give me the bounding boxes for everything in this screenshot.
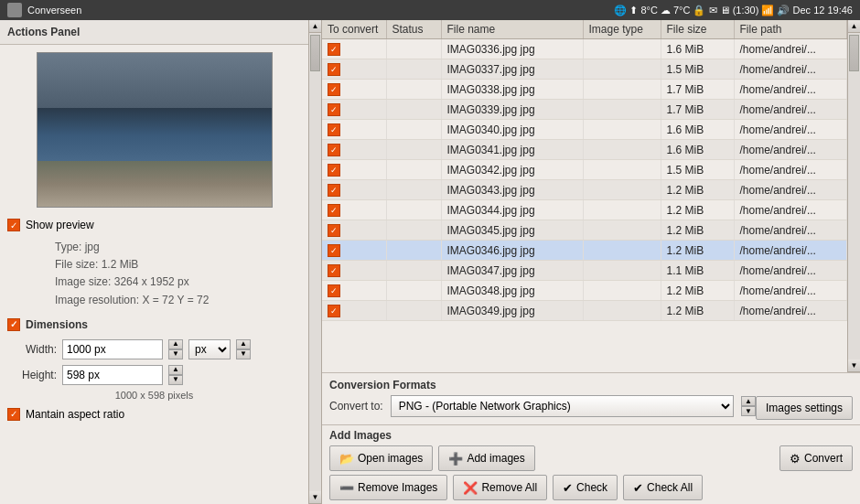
row-checkbox[interactable]: ✓	[328, 63, 340, 76]
convert-to-down[interactable]: ▼	[741, 406, 756, 416]
right-scroll-thumb[interactable]	[849, 35, 859, 71]
table-area: To convert Status File name Image type F…	[322, 20, 860, 372]
height-down[interactable]: ▼	[168, 375, 183, 385]
cell-convert[interactable]: ✓	[322, 241, 386, 261]
row-checkbox[interactable]: ✓	[328, 83, 340, 96]
conversion-formats-section: Conversion Formats Convert to: PNG - (Po…	[322, 372, 860, 424]
convert-to-spinbox[interactable]: ▲ ▼	[741, 396, 756, 416]
left-scroll-up[interactable]: ▲	[309, 20, 321, 33]
convert-to-row: Convert to: PNG - (Portable Network Grap…	[329, 395, 756, 417]
cell-convert[interactable]: ✓	[322, 200, 386, 220]
remove-images-label: Remove Images	[358, 481, 437, 494]
height-input[interactable]	[62, 365, 163, 385]
height-up[interactable]: ▲	[168, 365, 183, 375]
table-row[interactable]: ✓IMAG0336.jpg jpg1.6 MiB/home/andrei/...	[322, 39, 847, 59]
cell-filepath: /home/andrei/...	[734, 120, 847, 140]
left-scroll-thumb[interactable]	[310, 35, 320, 71]
row-checkbox[interactable]: ✓	[328, 164, 340, 177]
cell-filepath: /home/andrei/...	[734, 140, 847, 160]
show-preview-checkbox[interactable]: ✓	[7, 219, 20, 231]
cell-filepath: /home/andrei/...	[734, 220, 847, 241]
table-row[interactable]: ✓IMAG0341.jpg jpg1.6 MiB/home/andrei/...	[322, 140, 847, 160]
check-icon: ✔	[563, 481, 573, 495]
cell-convert[interactable]: ✓	[322, 80, 386, 100]
row-checkbox[interactable]: ✓	[328, 103, 340, 116]
row-checkbox[interactable]: ✓	[328, 144, 340, 156]
table-row[interactable]: ✓IMAG0349.jpg jpg1.2 MiB/home/andrei/...	[322, 301, 847, 321]
unit-down[interactable]: ▼	[236, 349, 251, 359]
cell-imgtype	[583, 200, 661, 220]
width-spinbox[interactable]: ▲ ▼	[168, 339, 183, 359]
buttons-row-1: 📂 Open images ➕ Add images ⚙ Convert	[329, 445, 853, 471]
row-checkbox[interactable]: ✓	[328, 284, 340, 297]
images-settings-label: Images settings	[766, 402, 843, 414]
table-row[interactable]: ✓IMAG0340.jpg jpg1.6 MiB/home/andrei/...	[322, 120, 847, 140]
row-checkbox[interactable]: ✓	[328, 305, 340, 317]
convert-to-select[interactable]: PNG - (Portable Network Graphics) JPG - …	[391, 395, 734, 417]
table-row[interactable]: ✓IMAG0343.jpg jpg1.2 MiB/home/andrei/...	[322, 180, 847, 200]
left-scrollbar[interactable]: ▲ ▼	[309, 20, 322, 504]
cell-convert[interactable]: ✓	[322, 180, 386, 200]
images-settings-button[interactable]: Images settings	[756, 396, 853, 420]
right-scroll-up[interactable]: ▲	[848, 20, 860, 33]
right-scrollbar[interactable]: ▲ ▼	[847, 20, 860, 372]
actions-panel-header: Actions Panel	[0, 20, 308, 45]
row-checkbox[interactable]: ✓	[328, 224, 340, 237]
table-scroll[interactable]: To convert Status File name Image type F…	[322, 20, 847, 372]
maintain-ratio-row: ✓ Mantain aspect ratio	[0, 404, 308, 424]
cell-convert[interactable]: ✓	[322, 160, 386, 180]
cell-filename: IMAG0346.jpg jpg	[441, 241, 583, 261]
cell-convert[interactable]: ✓	[322, 39, 386, 59]
cell-convert[interactable]: ✓	[322, 281, 386, 301]
cell-convert[interactable]: ✓	[322, 140, 386, 160]
table-row[interactable]: ✓IMAG0337.jpg jpg1.5 MiB/home/andrei/...	[322, 59, 847, 80]
table-row[interactable]: ✓IMAG0346.jpg jpg1.2 MiB/home/andrei/...	[322, 241, 847, 261]
open-images-button[interactable]: 📂 Open images	[329, 445, 433, 471]
remove-all-button[interactable]: ❌ Remove All	[453, 475, 547, 500]
width-down[interactable]: ▼	[168, 349, 183, 359]
row-checkbox[interactable]: ✓	[328, 244, 340, 257]
check-button[interactable]: ✔ Check	[553, 475, 618, 500]
add-images-button[interactable]: ➕ Add images	[438, 445, 534, 471]
maintain-ratio-checkbox[interactable]: ✓	[7, 408, 20, 421]
table-row[interactable]: ✓IMAG0338.jpg jpg1.7 MiB/home/andrei/...	[322, 80, 847, 100]
left-scroll-down[interactable]: ▼	[309, 491, 321, 504]
cell-convert[interactable]: ✓	[322, 120, 386, 140]
cell-convert[interactable]: ✓	[322, 100, 386, 120]
cell-filename: IMAG0347.jpg jpg	[441, 261, 583, 281]
row-checkbox[interactable]: ✓	[328, 43, 340, 56]
cell-convert[interactable]: ✓	[322, 59, 386, 80]
row-checkbox[interactable]: ✓	[328, 204, 340, 217]
unit-spinbox[interactable]: ▲ ▼	[236, 339, 251, 359]
check-all-button[interactable]: ✔ Check All	[623, 475, 703, 500]
table-row[interactable]: ✓IMAG0348.jpg jpg1.2 MiB/home/andrei/...	[322, 281, 847, 301]
cell-filename: IMAG0343.jpg jpg	[441, 180, 583, 200]
height-spinbox[interactable]: ▲ ▼	[168, 365, 183, 385]
cell-filesize: 1.6 MiB	[661, 39, 734, 59]
table-row[interactable]: ✓IMAG0339.jpg jpg1.7 MiB/home/andrei/...	[322, 100, 847, 120]
cell-status	[386, 39, 441, 59]
cell-convert[interactable]: ✓	[322, 301, 386, 321]
preview-area	[0, 45, 308, 215]
dimensions-checkbox[interactable]: ✓	[7, 318, 20, 331]
right-scroll-down[interactable]: ▼	[848, 359, 860, 372]
row-checkbox[interactable]: ✓	[328, 123, 340, 136]
cell-convert[interactable]: ✓	[322, 261, 386, 281]
width-unit-select[interactable]: px % cm	[188, 339, 231, 359]
row-checkbox[interactable]: ✓	[328, 264, 340, 277]
width-up[interactable]: ▲	[168, 339, 183, 349]
convert-to-up[interactable]: ▲	[741, 396, 756, 406]
app-icon	[7, 3, 22, 17]
table-row[interactable]: ✓IMAG0345.jpg jpg1.2 MiB/home/andrei/...	[322, 220, 847, 241]
row-checkbox[interactable]: ✓	[328, 184, 340, 197]
table-row[interactable]: ✓IMAG0342.jpg jpg1.5 MiB/home/andrei/...	[322, 160, 847, 180]
table-row[interactable]: ✓IMAG0344.jpg jpg1.2 MiB/home/andrei/...	[322, 200, 847, 220]
table-row[interactable]: ✓IMAG0347.jpg jpg1.1 MiB/home/andrei/...	[322, 261, 847, 281]
width-input[interactable]	[62, 339, 163, 359]
remove-images-button[interactable]: ➖ Remove Images	[329, 475, 447, 500]
unit-up[interactable]: ▲	[236, 339, 251, 349]
convert-to-label: Convert to:	[329, 400, 383, 413]
add-images-title: Add Images	[329, 429, 853, 442]
convert-button[interactable]: ⚙ Convert	[779, 445, 853, 471]
cell-convert[interactable]: ✓	[322, 220, 386, 241]
